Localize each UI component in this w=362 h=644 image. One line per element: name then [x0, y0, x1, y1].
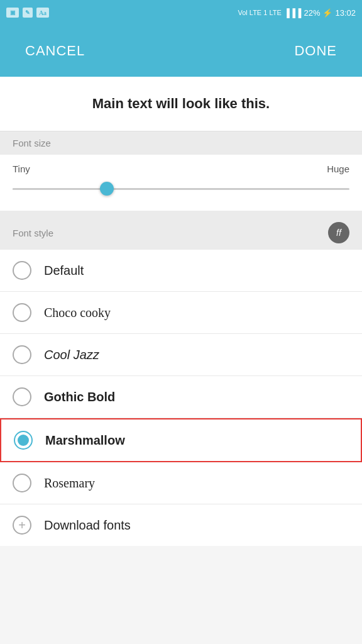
font-style-section-header: Font style ff [0, 216, 362, 250]
slider-thumb[interactable] [100, 182, 114, 196]
font-style-section: Default Choco cooky Cool Jazz Gothic Bol… [0, 250, 362, 546]
preview-text: Main text will look like this. [92, 96, 270, 111]
radio-marshmallow-inner [18, 435, 29, 446]
radio-default [13, 261, 31, 280]
header: CANCEL DONE [0, 25, 362, 77]
font-size-slider[interactable] [13, 179, 349, 198]
font-size-section-header: Font size [0, 131, 362, 155]
status-bar: ▣ ✎ Aa Vol LTE 1 LTE ▐▐▐ 22% ⚡ 13:02 [0, 0, 362, 25]
signal-bars-icon: ▐▐▐ [284, 8, 302, 18]
radio-rosemary [13, 474, 31, 492]
font-icon: Aa [36, 8, 49, 18]
slider-track [13, 188, 349, 190]
cancel-button[interactable]: CANCEL [25, 43, 85, 59]
clock: 13:02 [335, 8, 356, 18]
preview-section: Main text will look like this. [0, 77, 362, 131]
screenshot-icon: ▣ [6, 8, 19, 18]
font-size-label: Font size [13, 138, 51, 148]
font-item-choco-cooky[interactable]: Choco cooky [0, 292, 362, 334]
download-fonts-label: Download fonts [44, 518, 131, 533]
font-style-label: Font style [13, 228, 53, 238]
huge-label: Huge [327, 164, 349, 174]
font-size-labels: Tiny Huge [13, 164, 349, 174]
plus-icon: + [13, 516, 31, 535]
radio-gothic-bold [13, 387, 31, 406]
font-size-section: Tiny Huge [0, 155, 362, 216]
download-fonts-item[interactable]: + Download fonts [0, 504, 362, 546]
tiny-label: Tiny [13, 164, 30, 174]
font-name-rosemary: Rosemary [44, 476, 95, 491]
done-button[interactable]: DONE [294, 43, 337, 59]
slider-fill [13, 188, 114, 190]
battery-percent: 22% [304, 8, 320, 18]
font-name-choco-cooky: Choco cooky [44, 306, 111, 320]
font-name-cool-jazz: Cool Jazz [44, 348, 99, 362]
font-name-marshmallow: Marshmallow [45, 433, 125, 448]
ff-badge: ff [328, 222, 349, 243]
vol-lte-icon: Vol LTE 1 LTE [238, 9, 281, 16]
font-item-cool-jazz[interactable]: Cool Jazz [0, 334, 362, 376]
status-bar-right: Vol LTE 1 LTE ▐▐▐ 22% ⚡ 13:02 [238, 8, 356, 18]
status-bar-left: ▣ ✎ Aa [6, 8, 49, 18]
edit-icon: ✎ [23, 8, 33, 18]
radio-marshmallow [14, 431, 33, 450]
font-name-default: Default [44, 264, 84, 278]
font-name-gothic-bold: Gothic Bold [44, 390, 115, 404]
radio-cool-jazz [13, 345, 31, 364]
font-item-rosemary[interactable]: Rosemary [0, 462, 362, 504]
radio-choco-cooky [13, 303, 31, 322]
font-item-default[interactable]: Default [0, 250, 362, 292]
font-item-gothic-bold[interactable]: Gothic Bold [0, 376, 362, 418]
battery-icon: ⚡ [322, 8, 332, 18]
font-item-marshmallow[interactable]: Marshmallow [0, 418, 362, 462]
